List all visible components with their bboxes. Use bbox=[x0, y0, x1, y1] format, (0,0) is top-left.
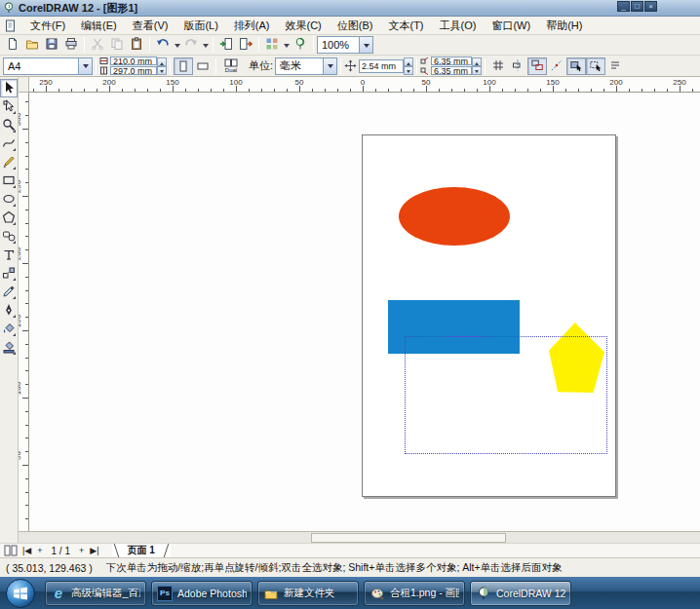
copy-button[interactable] bbox=[107, 36, 127, 54]
horizontal-scrollbar[interactable] bbox=[19, 531, 700, 543]
drawing-canvas[interactable] bbox=[29, 93, 700, 531]
menu-view[interactable]: 查看(V) bbox=[125, 18, 176, 33]
save-button[interactable] bbox=[42, 36, 61, 54]
snap-to-grid-button[interactable] bbox=[488, 57, 508, 75]
menu-effects[interactable]: 效果(C) bbox=[278, 18, 330, 33]
ellipse-shape[interactable] bbox=[399, 187, 510, 246]
interactive-fill-tool[interactable] bbox=[0, 338, 18, 357]
new-document-button[interactable] bbox=[3, 36, 22, 54]
duplicate-spinner[interactable] bbox=[472, 57, 482, 75]
fill-tool[interactable] bbox=[0, 320, 18, 338]
ruler-tick bbox=[71, 89, 72, 92]
paper-height-field[interactable]: 297.0 mm bbox=[110, 66, 157, 75]
snap-to-objects-button[interactable] bbox=[527, 57, 547, 75]
application-launcher-button[interactable] bbox=[262, 36, 282, 54]
add-page-after-button[interactable]: + bbox=[76, 545, 87, 557]
paper-type-combo[interactable]: A4 bbox=[3, 57, 93, 75]
marquee-select-mode-button[interactable] bbox=[586, 57, 605, 75]
menu-text[interactable]: 文本(T) bbox=[380, 18, 431, 33]
flyout-indicator bbox=[13, 278, 16, 281]
add-page-before-button[interactable]: + bbox=[34, 545, 45, 557]
page-sorter-icon[interactable] bbox=[4, 545, 18, 556]
duplicate-x-field[interactable]: 6.35 mm bbox=[431, 57, 472, 65]
shape-tool[interactable] bbox=[0, 97, 18, 116]
taskbar-paint[interactable]: 合租1.png - 画图 bbox=[364, 581, 465, 606]
treat-as-filled-button[interactable] bbox=[566, 57, 586, 75]
ruler-tick bbox=[25, 115, 28, 116]
menu-help[interactable]: 帮助(H) bbox=[538, 18, 590, 33]
open-button[interactable] bbox=[22, 36, 42, 54]
maximize-icon[interactable]: □ bbox=[631, 1, 643, 12]
import-icon bbox=[219, 37, 233, 53]
paper-size-spinner[interactable] bbox=[157, 57, 167, 75]
title-bar: CorelDRAW 12 - [图形1] _□× bbox=[0, 0, 700, 17]
ruler-tick bbox=[22, 330, 28, 331]
export-button[interactable] bbox=[236, 36, 255, 54]
close-icon[interactable]: × bbox=[644, 1, 657, 12]
snap-to-dynamic-guides-button[interactable] bbox=[547, 57, 566, 75]
print-button[interactable] bbox=[61, 36, 81, 54]
application-launcher-dropdown[interactable] bbox=[282, 36, 291, 54]
menu-file[interactable]: 文件(F) bbox=[22, 18, 73, 33]
menu-window[interactable]: 窗口(W) bbox=[484, 18, 538, 33]
start-button[interactable] bbox=[6, 579, 35, 608]
ruler-tick bbox=[261, 89, 262, 92]
menu-arrange[interactable]: 排列(A) bbox=[226, 18, 278, 33]
paste-button[interactable] bbox=[127, 36, 146, 54]
corel-online-button[interactable] bbox=[291, 36, 310, 54]
portrait-button[interactable] bbox=[174, 57, 193, 75]
menu-bitmaps[interactable]: 位图(B) bbox=[330, 18, 381, 33]
ruler-tick bbox=[223, 89, 224, 92]
chevron-down-icon[interactable] bbox=[323, 58, 336, 74]
menu-edit[interactable]: 编辑(E) bbox=[73, 18, 125, 33]
interactive-blend-tool[interactable] bbox=[0, 264, 18, 283]
property-bar-options-button[interactable] bbox=[605, 57, 625, 75]
text-tool-tool[interactable] bbox=[0, 246, 18, 264]
snap-to-guidelines-button[interactable] bbox=[508, 57, 527, 75]
snapguide-icon bbox=[511, 58, 525, 74]
eyedropper-tool[interactable] bbox=[0, 283, 18, 301]
zoom-tool[interactable] bbox=[0, 116, 18, 134]
scrollbar-thumb[interactable] bbox=[311, 533, 506, 543]
all-pages-button[interactable]: Dual bbox=[219, 57, 243, 75]
polygon-tool[interactable] bbox=[0, 209, 18, 227]
units-combo[interactable]: 毫米 bbox=[275, 57, 337, 75]
freehand-tool[interactable] bbox=[0, 134, 18, 153]
zoom-level-combo[interactable]: 100% bbox=[317, 36, 373, 54]
nudge-offset-field[interactable]: 2.54 mm bbox=[359, 59, 404, 73]
undo-dropdown[interactable] bbox=[173, 36, 181, 54]
menu-layout[interactable]: 版面(L) bbox=[175, 18, 225, 33]
ruler-tick bbox=[667, 89, 668, 92]
window-controls[interactable]: _□× bbox=[617, 1, 657, 12]
vertical-ruler[interactable]: 50100150200250300 bbox=[19, 93, 29, 531]
menu-tools[interactable]: 工具(O) bbox=[432, 18, 485, 33]
undo-button[interactable] bbox=[153, 36, 173, 54]
redo-dropdown[interactable] bbox=[201, 36, 210, 54]
chevron-down-icon[interactable] bbox=[359, 37, 372, 53]
nudge-spinner[interactable] bbox=[404, 57, 413, 75]
taskbar-ie[interactable]: e高级编辑器_百度... bbox=[45, 581, 146, 606]
pick-tool[interactable] bbox=[0, 79, 18, 97]
taskbar-folder[interactable]: 新建文件夹 bbox=[257, 581, 359, 606]
cut-button[interactable] bbox=[88, 36, 107, 54]
taskbar-coreldraw[interactable]: CorelDRAW 12 -... bbox=[470, 581, 571, 606]
minimize-icon[interactable]: _ bbox=[617, 1, 630, 12]
coreldraw-icon bbox=[476, 586, 491, 601]
last-page-button[interactable]: ▶| bbox=[87, 545, 101, 557]
landscape-button[interactable] bbox=[193, 57, 213, 75]
first-page-button[interactable]: |◀ bbox=[19, 545, 34, 557]
ruler-origin-corner[interactable] bbox=[19, 77, 29, 93]
page-tab[interactable]: 页面 1 bbox=[112, 544, 171, 557]
basic-shapes-tool[interactable] bbox=[0, 227, 18, 246]
outline-tool[interactable] bbox=[0, 301, 18, 320]
import-button[interactable] bbox=[216, 36, 236, 54]
horizontal-ruler[interactable]: 25020015010050050100150200250 bbox=[29, 77, 700, 93]
duplicate-y-field[interactable]: 6.35 mm bbox=[431, 66, 472, 75]
taskbar-photoshop[interactable]: PsAdobe Photosh... bbox=[151, 581, 253, 606]
chevron-down-icon[interactable] bbox=[78, 58, 92, 74]
redo-button[interactable] bbox=[181, 36, 201, 54]
paper-width-field[interactable]: 210.0 mm bbox=[110, 57, 157, 65]
ellipse-tool[interactable] bbox=[0, 190, 18, 209]
rectangle-tool[interactable] bbox=[0, 171, 18, 190]
smart-drawing-tool[interactable] bbox=[0, 153, 18, 171]
